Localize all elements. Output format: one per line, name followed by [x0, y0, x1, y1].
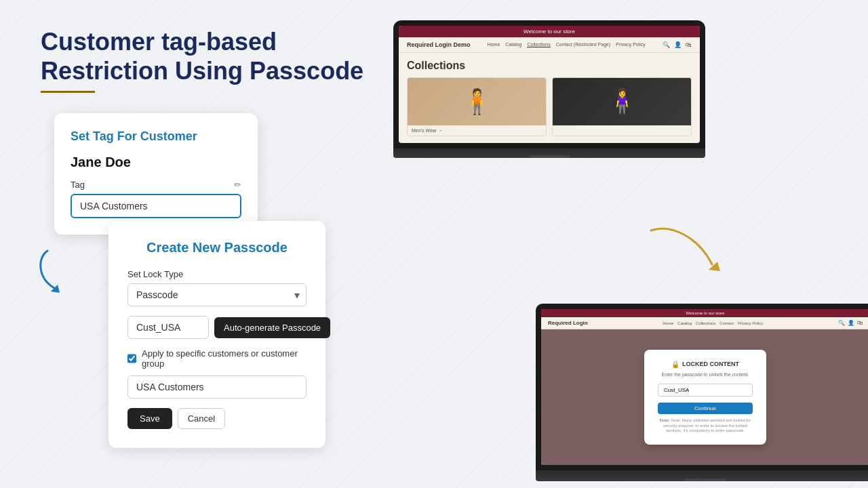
- womens-image: 🧍‍♀️: [553, 78, 691, 125]
- locked-screen: 🔒 LOCKED CONTENT Enter the passcode to u…: [541, 329, 868, 465]
- back-laptop: Welcome to our store Required Login Demo…: [393, 20, 705, 158]
- lock-type-wrapper: Passcode ▾: [127, 283, 307, 306]
- front-store-header: Required Login Home Catalog Collections …: [541, 317, 868, 329]
- set-tag-card: Set Tag For Customer Jane Doe Tag ✏: [54, 113, 258, 235]
- locked-desc: Enter the passcode to unlock the content…: [658, 372, 753, 377]
- action-buttons: Save Cancel: [127, 408, 307, 429]
- front-laptop: Welcome to our store Required Login Home…: [536, 304, 868, 481]
- store-header: Required Login Demo Home Catalog Collect…: [399, 37, 700, 53]
- tag-input[interactable]: [71, 194, 241, 218]
- womens-collection[interactable]: 🧍‍♀️: [552, 77, 692, 136]
- mens-label: Men's Wear →: [408, 125, 546, 136]
- front-laptop-base: [536, 470, 868, 481]
- cart-icon[interactable]: 🛍: [686, 41, 692, 48]
- customer-group-input[interactable]: [127, 375, 307, 399]
- account-icon[interactable]: 👤: [674, 41, 682, 48]
- back-laptop-base: [393, 148, 705, 158]
- left-section: Customer tag-based Restriction Using Pas…: [0, 0, 393, 488]
- cancel-button[interactable]: Cancel: [178, 408, 225, 429]
- continue-button[interactable]: Continue: [658, 403, 753, 414]
- back-laptop-screen: Welcome to our store Required Login Demo…: [399, 26, 700, 143]
- edit-icon[interactable]: ✏: [234, 180, 241, 190]
- apply-customers-checkbox[interactable]: [127, 354, 136, 363]
- arrow-left: [34, 244, 88, 301]
- create-passcode-card: Create New Passcode Set Lock Type Passco…: [108, 221, 326, 448]
- arrow-right: [644, 217, 726, 287]
- lock-icon: 🔒: [671, 361, 679, 368]
- lock-type-select[interactable]: Passcode: [127, 283, 307, 306]
- store-nav-links: Home Catalog Collections Contact (Restri…: [488, 42, 646, 47]
- right-section: Welcome to our store Required Login Demo…: [393, 0, 868, 488]
- save-button[interactable]: Save: [127, 408, 172, 429]
- front-nav-links: Home Catalog Collections Contact Privacy…: [663, 321, 763, 325]
- create-passcode-heading: Create New Passcode: [127, 240, 307, 256]
- search-icon[interactable]: 🔍: [663, 41, 670, 48]
- front-laptop-screen: Welcome to our store Required Login Home…: [541, 309, 868, 465]
- page-title: Customer tag-based Restriction Using Pas…: [41, 27, 366, 85]
- locked-title: LOCKED CONTENT: [682, 361, 739, 367]
- customer-name: Jane Doe: [71, 155, 241, 170]
- auto-generate-button[interactable]: Auto-generate Passcode: [214, 317, 330, 338]
- title-underline: [41, 91, 95, 93]
- store-content: Collections 🧍 Men's Wear → 🧍‍♀️: [399, 53, 700, 143]
- tag-label: Tag ✏: [71, 180, 241, 190]
- locked-note: Note: Note: Many websites sections are l…: [658, 418, 753, 434]
- womens-label: [553, 125, 691, 131]
- mens-image: 🧍: [408, 78, 546, 125]
- collections-grid: 🧍 Men's Wear → 🧍‍♀️: [407, 77, 692, 136]
- passcode-input[interactable]: [127, 316, 209, 339]
- locked-box: 🔒 LOCKED CONTENT Enter the passcode to u…: [644, 350, 766, 445]
- front-cart-icon[interactable]: 🛍: [857, 320, 863, 326]
- checkbox-row: Apply to specific customers or customer …: [127, 348, 307, 369]
- passcode-row: Auto-generate Passcode: [127, 316, 307, 339]
- locked-header: 🔒 LOCKED CONTENT: [658, 361, 753, 368]
- lock-type-label: Set Lock Type: [127, 269, 307, 279]
- passcode-field[interactable]: [658, 384, 753, 396]
- collections-title: Collections: [407, 60, 692, 72]
- front-store-logo: Required Login: [548, 320, 588, 326]
- store-logo: Required Login Demo: [407, 41, 471, 48]
- set-tag-heading: Set Tag For Customer: [71, 129, 241, 144]
- store-icons: 🔍 👤 🛍: [663, 41, 692, 48]
- front-announcement-bar: Welcome to our store: [541, 309, 868, 317]
- front-search-icon[interactable]: 🔍: [838, 320, 845, 326]
- front-nav-icons: 🔍 👤 🛍: [838, 320, 863, 326]
- announcement-bar: Welcome to our store: [399, 26, 700, 37]
- checkbox-label: Apply to specific customers or customer …: [142, 348, 307, 369]
- mens-collection[interactable]: 🧍 Men's Wear →: [407, 77, 547, 136]
- front-account-icon[interactable]: 👤: [848, 320, 854, 326]
